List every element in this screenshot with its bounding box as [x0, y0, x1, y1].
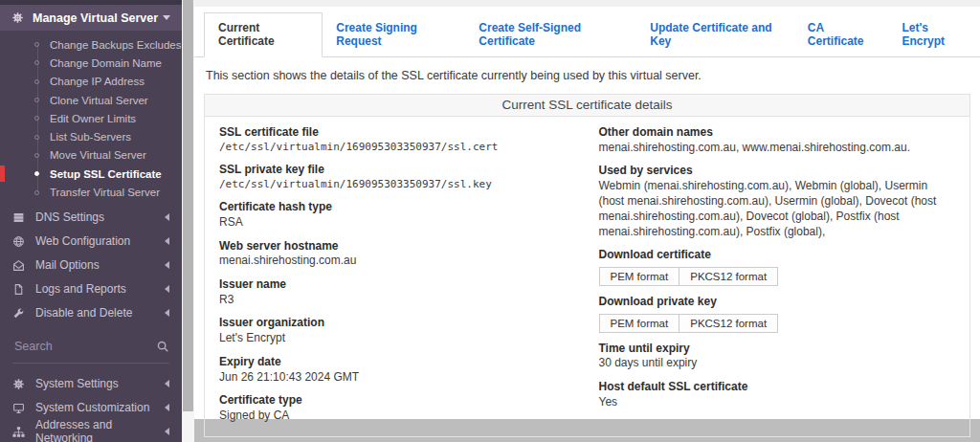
- chevron-left-icon: [165, 213, 169, 221]
- sidebar-sections-global: System Settings System Customization Add…: [0, 372, 182, 442]
- field-value: menai.shirehosting.com.au, www.menai.shi…: [599, 141, 956, 156]
- sidebar-item-label: Transfer Virtual Server: [50, 187, 160, 198]
- details-left-column: SSL certificate file /etc/ssl/virtualmin…: [219, 125, 599, 432]
- field-issuer-organization: Issuer organization Let's Encrypt: [219, 316, 576, 345]
- field-label: Issuer name: [219, 277, 576, 293]
- sidebar-item-label: Clone Virtual Server: [50, 95, 148, 106]
- content-top-strip: [194, 0, 980, 7]
- sidebar-header-label: Manage Virtual Server: [33, 11, 158, 25]
- sidebar-item-label: Change IP Address: [50, 76, 145, 87]
- sitemap-icon: [12, 426, 27, 438]
- field-certificate-hash-type: Certificate hash type RSA: [219, 200, 576, 230]
- sidebar-item-addresses-and-networking[interactable]: Addresses and Networking: [0, 420, 182, 442]
- sidebar-item-label: Change Domain Name: [50, 57, 162, 69]
- field-web-server-hostname: Web server hostname menai.shirehosting.c…: [219, 239, 576, 269]
- sidebar-sections: DNS Settings Web Configuration Mail Opti…: [0, 206, 182, 325]
- details-right-column: Other domain names menai.shirehosting.co…: [599, 125, 956, 432]
- sidebar-item-web-configuration[interactable]: Web Configuration: [0, 230, 182, 254]
- sidebar: Manage Virtual Server Change Backups Exc…: [0, 0, 182, 442]
- sidebar-item-label: Move Virtual Server: [50, 149, 146, 161]
- field-label: Host default SSL certificate: [599, 380, 956, 395]
- field-value: Jun 26 21:10:43 2024 GMT: [219, 370, 576, 386]
- sidebar-item-label: Logs and Reports: [35, 282, 126, 296]
- download-key-button-group: PEM format PKCS12 format: [599, 314, 779, 333]
- sidebar-item-move-virtual-server[interactable]: Move Virtual Server: [0, 146, 182, 165]
- field-other-domain-names: Other domain names menai.shirehosting.co…: [599, 125, 956, 155]
- bullet-icon: [34, 79, 39, 84]
- tab-create-self-signed-certificate[interactable]: Create Self-Signed Certificate: [465, 13, 636, 56]
- sidebar-item-list-sub-servers[interactable]: List Sub-Servers: [0, 127, 182, 145]
- sidebar-item-disable-and-delete[interactable]: Disable and Delete: [0, 301, 182, 325]
- field-value: Signed by CA: [219, 409, 576, 424]
- download-key-pkcs12-button[interactable]: PKCS12 format: [679, 315, 777, 332]
- sidebar-item-label: Change Backups Excludes: [50, 39, 181, 51]
- sidebar-item-label: Web Configuration: [35, 234, 130, 248]
- field-used-by-services: Used by services Webmin (menai.shirehost…: [599, 164, 956, 239]
- download-key-pem-button[interactable]: PEM format: [600, 315, 680, 332]
- tab-create-signing-request[interactable]: Create Signing Request: [323, 13, 465, 56]
- server-list-icon: [12, 211, 27, 224]
- chevron-down-icon: [163, 15, 170, 20]
- field-download-private-key: Download private key PEM format PKCS12 f…: [599, 295, 956, 333]
- panel-title: Current SSL certificate details: [205, 95, 969, 117]
- sidebar-item-system-settings[interactable]: System Settings: [0, 372, 182, 396]
- sidebar-item-transfer-virtual-server[interactable]: Transfer Virtual Server: [0, 183, 182, 201]
- sidebar-item-change-ip-address[interactable]: Change IP Address: [0, 73, 182, 91]
- scrollbar-thumb[interactable]: [183, 0, 193, 411]
- sidebar-item-label: Addresses and Networking: [35, 418, 165, 442]
- field-value: Webmin (menai.shirehosting.com.au), Webm…: [599, 179, 956, 239]
- bullet-icon: [34, 190, 39, 195]
- panel-body: SSL certificate file /etc/ssl/virtualmin…: [205, 117, 969, 436]
- search-icon[interactable]: [156, 340, 169, 353]
- field-download-certificate: Download certificate PEM format PKCS12 f…: [599, 248, 956, 286]
- sidebar-item-edit-owner-limits[interactable]: Edit Owner Limits: [0, 109, 182, 127]
- download-cert-pkcs12-button[interactable]: PKCS12 format: [679, 268, 777, 285]
- monitor-icon: [12, 402, 27, 414]
- chevron-left-icon: [165, 237, 169, 245]
- sidebar-item-dns-settings[interactable]: DNS Settings: [0, 206, 182, 230]
- sidebar-item-label: DNS Settings: [35, 210, 104, 224]
- section-description: This section shows the details of the SS…: [194, 57, 980, 82]
- field-label: Web server hostname: [219, 239, 576, 254]
- field-value: Yes: [599, 395, 956, 410]
- sidebar-item-setup-ssl-certificate[interactable]: Setup SSL Certificate: [0, 165, 182, 183]
- sidebar-item-system-customization[interactable]: System Customization: [0, 396, 182, 420]
- sidebar-item-mail-options[interactable]: Mail Options: [0, 254, 182, 277]
- main-content: Current Certificate Create Signing Reque…: [194, 0, 980, 419]
- field-certificate-type: Certificate type Signed by CA: [219, 393, 576, 423]
- search-input[interactable]: [12, 339, 142, 354]
- chevron-left-icon: [165, 380, 169, 387]
- chevron-left-icon: [165, 309, 169, 317]
- field-value: Let's Encrypt: [219, 331, 576, 346]
- field-label: Certificate type: [219, 393, 576, 409]
- download-certificate-button-group: PEM format PKCS12 format: [599, 267, 779, 286]
- document-icon: [12, 283, 27, 296]
- sidebar-scrollbar[interactable]: [182, 0, 194, 442]
- field-label: Expiry date: [219, 355, 576, 370]
- field-label: Certificate hash type: [219, 200, 576, 215]
- active-item-marker: [0, 166, 5, 182]
- bullet-icon: [34, 42, 39, 47]
- sidebar-item-clone-virtual-server[interactable]: Clone Virtual Server: [0, 91, 182, 109]
- sidebar-item-change-backups-excludes[interactable]: Change Backups Excludes: [0, 35, 182, 54]
- field-label: SSL certificate file: [219, 125, 576, 141]
- sidebar-header-manage-virtual-server[interactable]: Manage Virtual Server: [0, 5, 182, 31]
- tab-current-certificate[interactable]: Current Certificate: [204, 12, 323, 57]
- field-label: Download private key: [599, 295, 956, 310]
- sidebar-item-label: System Settings: [35, 377, 119, 390]
- sidebar-item-logs-and-reports[interactable]: Logs and Reports: [0, 277, 182, 301]
- chevron-left-icon: [165, 428, 169, 435]
- sidebar-item-change-domain-name[interactable]: Change Domain Name: [0, 54, 182, 72]
- field-value: /etc/ssl/virtualmin/169095303350937/ssl.…: [219, 178, 576, 192]
- download-cert-pem-button[interactable]: PEM format: [600, 268, 680, 285]
- field-value: R3: [219, 293, 576, 308]
- field-label: Issuer organization: [219, 316, 576, 331]
- tab-update-certificate-and-key[interactable]: Update Certificate and Key: [636, 13, 794, 56]
- field-label: Time until expiry: [599, 342, 956, 357]
- chevron-left-icon: [165, 404, 169, 411]
- tab-ca-certificate[interactable]: CA Certificate: [794, 13, 889, 56]
- tab-lets-encrypt[interactable]: Let's Encrypt: [888, 13, 980, 56]
- bullet-icon: [34, 135, 39, 140]
- sidebar-item-label: Setup SSL Certificate: [50, 168, 162, 180]
- sidebar-item-label: Disable and Delete: [35, 306, 132, 320]
